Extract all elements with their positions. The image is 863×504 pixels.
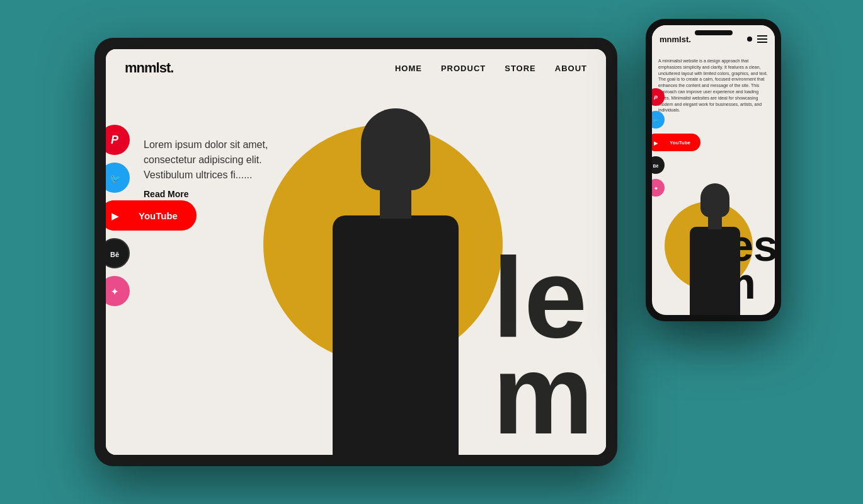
menu-line-2: [757, 38, 767, 40]
phone-twitter-icon-circle: [652, 111, 665, 129]
phone-menu-icon[interactable]: [757, 35, 767, 43]
phone-pinterest-icon: [654, 94, 658, 101]
menu-line-3: [757, 42, 767, 43]
phone-dot: [747, 37, 752, 42]
person-torso: [333, 215, 459, 455]
phone-pinterest-button[interactable]: [652, 88, 700, 106]
phone-youtube-button[interactable]: YouTube: [652, 134, 700, 151]
tablet-nav: mnmlst. HOME PRODUCT STORE ABOUT: [106, 49, 606, 87]
tablet-screen: mnmlst. HOME PRODUCT STORE ABOUT Lorem i…: [106, 49, 606, 455]
phone-behance-icon-circle: [652, 156, 665, 174]
phone-dribbble-icon: [654, 185, 658, 192]
phone-youtube-label: YouTube: [665, 140, 695, 146]
pinterest-icon: [111, 134, 118, 147]
twitter-button[interactable]: [106, 163, 197, 193]
phone-youtube-icon-circle: [652, 134, 665, 151]
phone-dribbble-icon-circle: [652, 179, 665, 197]
phone-logo: mnmlst.: [660, 35, 691, 44]
menu-line-1: [757, 35, 767, 37]
phone-behance-icon: [653, 162, 659, 169]
scene: mnmlst. HOME PRODUCT STORE ABOUT Lorem i…: [0, 0, 863, 504]
phone-social-icons: YouTube: [652, 88, 700, 197]
phone-person: [671, 183, 759, 315]
youtube-label: YouTube: [130, 210, 186, 221]
tablet-logo: mnmlst.: [125, 60, 173, 76]
phone-hero: les m: [652, 176, 775, 315]
nav-home[interactable]: HOME: [395, 64, 422, 73]
pinterest-icon-circle: [106, 125, 130, 155]
phone-device: mnmlst. A minimalist website is a design…: [646, 19, 781, 321]
behance-icon-circle: [106, 238, 130, 268]
tablet-device: mnmlst. HOME PRODUCT STORE ABOUT Lorem i…: [94, 38, 617, 466]
person-head: [361, 108, 430, 190]
youtube-icon-circle: [106, 200, 130, 231]
pinterest-button[interactable]: [106, 125, 197, 155]
phone-person-head: [700, 183, 729, 217]
person-body: [295, 102, 496, 455]
nav-product[interactable]: PRODUCT: [441, 64, 486, 73]
dribbble-icon-circle: [106, 276, 130, 306]
phone-twitter-icon: [653, 117, 659, 123]
phone-screen: mnmlst. A minimalist website is a design…: [652, 25, 775, 315]
phone-behance-button[interactable]: [652, 156, 700, 174]
behance-button[interactable]: [106, 238, 197, 268]
person-silhouette: [244, 89, 547, 455]
nav-store[interactable]: STORE: [505, 64, 536, 73]
youtube-button[interactable]: YouTube: [106, 200, 197, 231]
phone-dribbble-button[interactable]: [652, 179, 700, 197]
phone-person-torso: [690, 227, 740, 315]
youtube-icon: [111, 209, 118, 222]
behance-icon: [110, 247, 119, 260]
twitter-icon: [110, 171, 120, 185]
nav-about[interactable]: ABOUT: [555, 64, 587, 73]
dribbble-icon: [111, 285, 118, 298]
tablet-nav-links: HOME PRODUCT STORE ABOUT: [395, 64, 587, 73]
phone-nav: mnmlst.: [652, 25, 775, 53]
twitter-icon-circle: [106, 163, 130, 193]
social-icons-tablet: YouTube: [106, 125, 197, 306]
phone-notch: [695, 30, 733, 35]
phone-youtube-icon: [654, 139, 658, 146]
dribbble-button[interactable]: [106, 276, 197, 306]
phone-pinterest-icon-circle: [652, 88, 665, 106]
phone-twitter-button[interactable]: [652, 111, 700, 129]
